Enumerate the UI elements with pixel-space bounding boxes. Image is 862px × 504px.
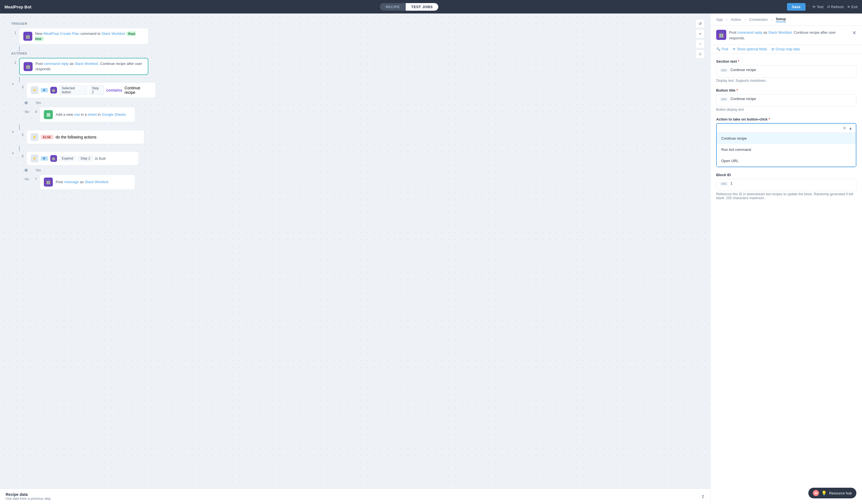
yes-diamond — [24, 101, 28, 105]
zoom-out-btn[interactable]: − — [696, 39, 705, 48]
required-star-3: * — [768, 117, 770, 121]
step-4-link3[interactable]: Google Sheets — [102, 112, 126, 117]
tab-recipe[interactable]: RECIPE — [380, 3, 405, 11]
option-run-bot-command[interactable]: Run bot command — [717, 144, 856, 155]
step-4-link1[interactable]: row — [74, 112, 80, 117]
search-icon: 🔍 — [716, 47, 720, 51]
step-6-collapse[interactable]: ▼ — [11, 151, 15, 155]
step-2-node[interactable]: 🤖 Post command reply as Slack Workbot. C… — [19, 58, 148, 75]
step-3-if-icon: ⚡ — [31, 86, 39, 94]
section-text-input[interactable]: ABC Continue recipe — [716, 65, 857, 78]
resource-hub-badge: 30 — [813, 490, 819, 496]
panel-breadcrumb: App → Action → Connection → Setup — [710, 13, 862, 26]
panel-close-btn[interactable]: ✕ — [852, 30, 857, 36]
option-continue-recipe[interactable]: Continue recipe — [717, 133, 856, 144]
step-4-text: Add a new row in a sheet in Google Sheet… — [56, 112, 126, 117]
group-map-btn[interactable]: ⊞ Group map data — [772, 47, 800, 51]
option-open-url[interactable]: Open URL — [717, 155, 856, 167]
arrow-1: → — [725, 17, 729, 22]
block-id-field: Block ID ABC 1 Reference this ID in down… — [716, 173, 857, 200]
step-3-pill2: Step 2 — [89, 85, 104, 95]
abc-badge-1: ABC — [720, 68, 728, 72]
required-star-2: * — [735, 88, 738, 92]
crumb-setup[interactable]: Setup — [776, 17, 786, 22]
step-3-node[interactable]: ⚡ IF 🤖 Selected button Step 2 contains C… — [26, 82, 156, 98]
step-1-link2[interactable]: Slack Workbot — [102, 31, 125, 36]
crumb-action[interactable]: Action — [731, 17, 741, 22]
tab-testjobs[interactable]: TEST JOBS — [406, 3, 439, 11]
fit-btn[interactable]: ⊹ — [696, 50, 705, 58]
header-link2[interactable]: Slack Workbot — [768, 30, 792, 35]
recipe-data-expand[interactable]: ⇕ — [701, 494, 705, 499]
step-5-collapse[interactable]: ▼ — [11, 130, 15, 134]
button-title-field: Button title * ABC Continue recipe Butto… — [716, 88, 857, 111]
refresh-icon: ↺ — [827, 5, 830, 9]
recipe-data-title: Recipe data — [5, 492, 51, 497]
connector-2-3 — [19, 77, 19, 82]
yes-label: Yes — [35, 101, 41, 105]
step-3-bot-icon: 🤖 — [50, 87, 57, 94]
step-6-bot-icon: 🤖 — [50, 155, 57, 162]
topbar-actions: Save ⟳ Test ↺ Refresh ✕ Exit — [787, 3, 858, 11]
test-button[interactable]: ⟳ Test — [812, 5, 823, 9]
chevron-up-icon[interactable]: ▲ — [849, 126, 852, 130]
exit-icon: ✕ — [847, 5, 850, 9]
step-1-node[interactable]: 🤖 New MealPrep Create Plan command to Sl… — [19, 28, 148, 44]
header-link1[interactable]: command reply — [737, 30, 762, 35]
abc-badge-3: ABC — [720, 182, 728, 186]
dropdown-header: ✕ ▲ — [717, 124, 856, 133]
step-6-icon: ⚡ — [31, 155, 39, 162]
connector-4-5 — [19, 124, 19, 130]
step-6-pill2: Step 2 — [78, 156, 93, 161]
panel-header-icon: 🤖 — [716, 30, 726, 40]
step-2-link2[interactable]: Slack Workbot — [75, 62, 98, 66]
refresh-canvas-btn[interactable]: ↺ — [696, 19, 705, 28]
step-7-icon: 🤖 — [44, 177, 53, 187]
exit-button[interactable]: ✕ Exit — [847, 5, 858, 9]
crumb-connection[interactable]: Connection — [749, 17, 768, 22]
block-id-label: Block ID — [716, 173, 857, 177]
clear-icon[interactable]: ✕ — [843, 126, 846, 130]
step-7-node[interactable]: 🤖 Post message as Slack Workbot — [40, 174, 135, 190]
block-id-value: 1 — [731, 181, 732, 185]
no-branch-step4: No 4 ▦ Add a new row in a sheet in Googl… — [25, 107, 699, 122]
find-btn[interactable]: 🔍 Find — [716, 47, 728, 51]
step-4-icon: ▦ — [44, 110, 53, 119]
step-5-else-tag: ELSE — [41, 135, 53, 140]
dropdown-options: Continue recipe Run bot command Open URL — [717, 133, 856, 167]
required-star-1: * — [737, 59, 740, 64]
resource-hub[interactable]: 30 💡 Resource hub — [808, 488, 857, 499]
button-title-input[interactable]: ABC Continue recipe — [716, 94, 857, 106]
step-4-node[interactable]: ▦ Add a new row in a sheet in Google She… — [40, 107, 135, 122]
step-3-collapse[interactable]: ▼ — [11, 82, 15, 86]
step-6-node[interactable]: ⚡ IF 🤖 Expired Step 2 is true — [26, 151, 139, 165]
step-7-link2[interactable]: Slack Workbot — [85, 180, 108, 184]
refresh-button[interactable]: ↺ Refresh — [827, 5, 844, 9]
step-2-number: 2 — [11, 58, 16, 65]
step-2-link1[interactable]: command reply — [44, 62, 69, 66]
step-7-link1[interactable]: message — [64, 180, 79, 184]
step-1-link1[interactable]: MealPrep Create Plan — [43, 31, 79, 36]
actions-label: ACTIONS — [11, 52, 699, 55]
step-1-row: 1 🤖 New MealPrep Create Plan command to … — [11, 28, 699, 44]
step-4-link2[interactable]: sheet — [88, 112, 97, 117]
no-label-7: No — [25, 177, 29, 188]
step-3-row: ▼ 3 ⚡ IF 🤖 Selected button Step 2 contai… — [11, 82, 699, 98]
step-5-number: 5 — [18, 130, 24, 137]
eye-icon: 👁 — [732, 47, 736, 51]
action-dropdown-box[interactable]: ✕ ▲ Continue recipe Run bot command Open… — [716, 123, 857, 167]
abc-badge-2: ABC — [720, 97, 728, 102]
resource-hub-label: Resource hub — [829, 491, 852, 495]
block-id-input[interactable]: ABC 1 — [716, 179, 857, 191]
tab-group: RECIPE TEST JOBS — [380, 3, 438, 11]
step-1-number: 1 — [11, 28, 16, 35]
crumb-app[interactable]: App — [716, 17, 723, 22]
grid-icon: ⊞ — [772, 47, 774, 51]
recipe-data-bar[interactable]: Recipe data Use data from a previous ste… — [0, 489, 710, 504]
step-7-number: 7 — [32, 174, 37, 181]
step-5-node[interactable]: ⚡ ELSE do the following actions — [26, 130, 144, 144]
save-button[interactable]: Save — [787, 3, 806, 11]
zoom-in-btn[interactable]: + — [696, 29, 705, 38]
panel-header-left: 🤖 Post command reply as Slack Workbot. C… — [716, 30, 852, 41]
show-optional-btn[interactable]: 👁 Show optional fields — [732, 47, 767, 51]
